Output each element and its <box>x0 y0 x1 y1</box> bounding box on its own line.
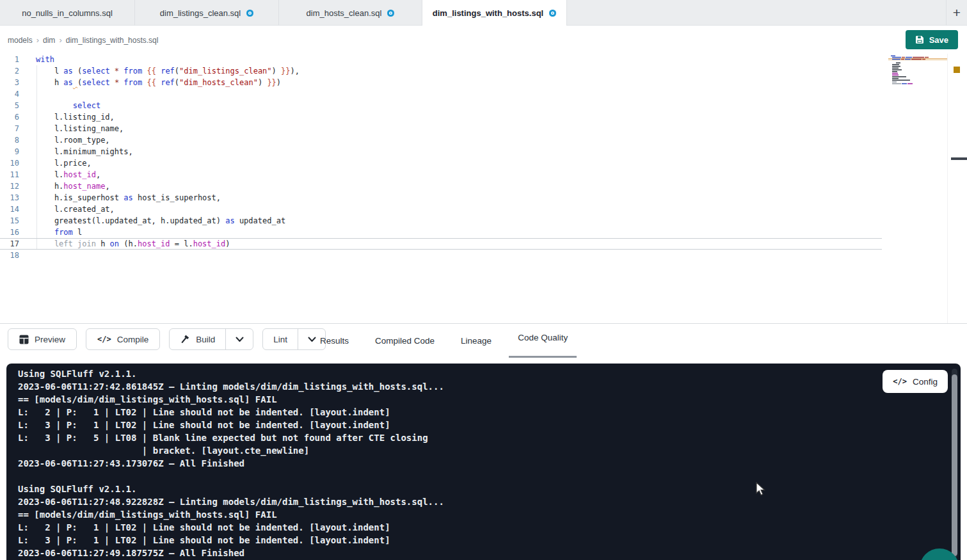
chevron-right-icon: › <box>59 35 61 45</box>
tab-results[interactable]: Results <box>317 333 351 355</box>
code-line[interactable]: 6 l.listing_id, <box>0 111 967 123</box>
terminal-line: 2023-06-06T11:27:42.861845Z — Linting mo… <box>18 380 884 393</box>
line-number: 18 <box>0 250 19 261</box>
preview-label: Preview <box>35 335 65 344</box>
code-text: l.price, <box>36 157 92 169</box>
line-number: 3 <box>0 77 19 88</box>
build-button[interactable]: Build <box>170 329 226 349</box>
terminal-line: == [models/dim/dim_listings_with_hosts.s… <box>18 508 884 521</box>
hammer-icon <box>180 334 190 344</box>
code-line[interactable]: 3 h as (select * from {{ ref("dim_hosts_… <box>0 77 967 88</box>
line-number: 13 <box>0 192 19 204</box>
tab-label: no_nulls_in_columns.sql <box>22 8 113 18</box>
tab-lineage[interactable]: Lineage <box>458 333 494 355</box>
line-number: 10 <box>0 157 19 169</box>
tab-compiled-code[interactable]: Compiled Code <box>372 333 437 355</box>
terminal-line: 2023-06-06T11:27:49.187575Z — All Finish… <box>18 547 884 559</box>
code-text: l.room_type, <box>36 134 110 146</box>
lint-split-button: Lint <box>262 328 326 350</box>
code-line[interactable]: 12 h.host_name, <box>0 180 967 192</box>
line-number: 5 <box>0 100 19 111</box>
code-line[interactable]: 17 left join h on (h.host_id = l.host_id… <box>0 238 882 250</box>
code-text: select <box>36 100 100 111</box>
terminal-line <box>18 470 884 483</box>
terminal-line: | bracket. [layout.cte_newline] <box>18 444 884 457</box>
tab-label: dim_listings_clean.sql <box>160 8 241 18</box>
terminal-output: Using SQLFluff v2.1.1.2023-06-06T11:27:4… <box>18 367 884 559</box>
terminal-scrollbar-thumb[interactable] <box>952 374 957 556</box>
terminal-line: Using SQLFluff v2.1.1. <box>18 367 884 380</box>
breadcrumb: models › dim › dim_listings_with_hosts.s… <box>8 35 158 45</box>
line-number: 8 <box>0 134 19 146</box>
tab-dim-listings-clean[interactable]: dim_listings_clean.sql <box>135 0 279 26</box>
build-dropdown-button[interactable] <box>226 329 253 349</box>
minimap[interactable] <box>888 55 947 86</box>
code-text: l.listing_id, <box>36 111 115 123</box>
editor-scrollbar-track <box>947 54 948 323</box>
code-brackets-icon: </> <box>893 377 907 386</box>
code-line[interactable]: 1with <box>0 54 967 65</box>
terminal-line: L: 3 | P: 1 | LT02 | Line should not be … <box>18 534 884 547</box>
ruler-warning-marker <box>954 67 960 73</box>
file-header-bar: models › dim › dim_listings_with_hosts.s… <box>0 26 967 54</box>
code-line[interactable]: 7 l.listing_name, <box>0 123 967 134</box>
code-line[interactable]: 16 from l <box>0 227 967 238</box>
chevron-down-icon <box>308 337 316 342</box>
code-line[interactable]: 2 l as (select * from {{ ref("dim_listin… <box>0 65 967 77</box>
breadcrumb-item-models[interactable]: models <box>8 36 33 45</box>
code-line[interactable]: 13 h.is_superhost as host_is_superhost, <box>0 192 967 204</box>
ruler-cursor-marker <box>951 157 967 160</box>
code-line[interactable]: 11 l.host_id, <box>0 169 967 180</box>
terminal-line: L: 2 | P: 1 | LT02 | Line should not be … <box>18 406 884 419</box>
code-line[interactable]: 15 greatest(l.updated_at, h.updated_at) … <box>0 215 967 227</box>
config-label: Config <box>913 377 938 387</box>
result-panel-tabs: Results Compiled Code Lineage Code Quali… <box>317 333 570 355</box>
tab-no-nulls-in-columns[interactable]: no_nulls_in_columns.sql <box>0 0 135 26</box>
tab-code-quality[interactable]: Code Quality <box>515 333 570 355</box>
tab-bar-spacer <box>567 0 946 25</box>
editor-tab-bar: no_nulls_in_columns.sql dim_listings_cle… <box>0 0 967 26</box>
floppy-disk-icon <box>915 35 924 44</box>
preview-button[interactable]: Preview <box>8 328 77 350</box>
line-number: 17 <box>0 239 19 249</box>
code-line[interactable]: 18 <box>0 250 967 261</box>
code-line[interactable]: 14 l.created_at, <box>0 204 967 215</box>
line-number: 2 <box>0 65 19 77</box>
config-button[interactable]: </> Config <box>883 370 948 393</box>
breadcrumb-item-dim[interactable]: dim <box>43 36 55 45</box>
tab-label: dim_listings_with_hosts.sql <box>433 8 543 18</box>
code-editor[interactable]: 1with2 l as (select * from {{ ref("dim_l… <box>0 54 967 323</box>
tab-dim-listings-with-hosts[interactable]: dim_listings_with_hosts.sql <box>422 0 567 26</box>
tab-dim-hosts-clean[interactable]: dim_hosts_clean.sql <box>279 0 422 26</box>
chevron-right-icon: › <box>36 35 39 45</box>
line-number: 12 <box>0 180 19 192</box>
code-lines: 1with2 l as (select * from {{ ref("dim_l… <box>0 54 967 261</box>
lint-button[interactable]: Lint <box>263 329 298 349</box>
terminal-line: L: 3 | P: 5 | LT08 | Blank line expected… <box>18 431 884 444</box>
breadcrumb-item-file[interactable]: dim_listings_with_hosts.sql <box>66 36 159 45</box>
terminal-line: L: 2 | P: 1 | LT02 | Line should not be … <box>18 521 884 534</box>
line-number: 11 <box>0 169 19 180</box>
code-line[interactable]: 8 l.room_type, <box>0 134 967 146</box>
line-number: 4 <box>0 88 19 100</box>
code-text: with <box>36 54 54 65</box>
line-number: 15 <box>0 215 19 227</box>
code-line[interactable]: 5 select <box>0 100 967 111</box>
code-text: greatest(l.updated_at, h.updated_at) as … <box>36 215 285 227</box>
code-line[interactable]: 9 l.minimum_nights, <box>0 146 967 157</box>
new-tab-button[interactable]: + <box>946 0 967 26</box>
terminal-line: == [models/dim/dim_listings_with_hosts.s… <box>18 393 884 406</box>
code-text: l.minimum_nights, <box>36 146 133 157</box>
code-text: left join h on (h.host_id = l.host_id) <box>36 239 230 249</box>
tab-label: dim_hosts_clean.sql <box>307 8 382 18</box>
compile-button[interactable]: </> Compile <box>86 328 160 350</box>
plus-icon: + <box>953 5 961 20</box>
build-split-button: Build <box>169 328 253 350</box>
code-line[interactable]: 10 l.price, <box>0 157 967 169</box>
terminal-line: L: 3 | P: 1 | LT02 | Line should not be … <box>18 419 884 431</box>
code-text: l as (select * from {{ ref("dim_listings… <box>36 65 300 77</box>
code-text: l.listing_name, <box>36 123 124 134</box>
code-line[interactable]: 4 <box>0 88 967 100</box>
action-toolbar: Preview </> Compile Build Lint <box>0 323 967 364</box>
save-button[interactable]: Save <box>906 30 958 49</box>
